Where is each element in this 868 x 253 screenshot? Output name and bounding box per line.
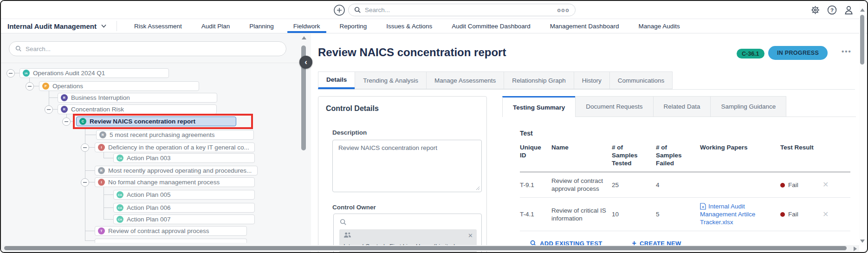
tree-node[interactable]: TReview of contract approval process xyxy=(95,226,247,236)
tree-node[interactable]: POperations xyxy=(39,81,199,91)
node-label: Deficiency in the operation of a key IT … xyxy=(108,144,249,151)
scroll-right-icon[interactable] xyxy=(854,247,857,251)
tree-expander-minus-icon[interactable] xyxy=(45,105,53,114)
collapse-panel-button[interactable]: ‹ xyxy=(299,56,312,69)
cell-remove: ✕ xyxy=(823,176,850,194)
nav-items: Risk AssessmentAudit PlanPlanningFieldwo… xyxy=(124,19,690,33)
search-icon xyxy=(354,6,361,13)
resize-handle-icon[interactable] xyxy=(476,186,480,190)
main-tabs: DetailsTrending & AnalysisManage Assessm… xyxy=(318,71,855,90)
tree-node[interactable] xyxy=(95,239,247,243)
nav-item-audit-committee-dashboard[interactable]: Audit Committee Dashboard xyxy=(442,19,540,33)
tree-node[interactable]: CReview NAICS concentration report xyxy=(76,117,236,126)
remove-test-icon[interactable]: ✕ xyxy=(823,181,829,188)
nav-item-manage-audits[interactable]: Manage Audits xyxy=(628,19,689,33)
tree-node[interactable]: CAAction Plan 007 xyxy=(113,214,255,224)
tree-connector xyxy=(34,86,39,86)
more-options-icon[interactable]: ••• xyxy=(842,47,852,55)
node-type-icon: R xyxy=(99,131,106,138)
nav-item-audit-plan[interactable]: Audit Plan xyxy=(192,19,240,33)
cell-working-papers xyxy=(700,180,780,189)
vertical-scrollbar[interactable] xyxy=(859,2,866,246)
column-header: # of Samples Failed xyxy=(656,143,700,167)
scroll-up-icon[interactable] xyxy=(302,36,306,39)
nav-item-issues-actions[interactable]: Issues & Actions xyxy=(376,19,442,33)
cell-samples-tested: 10 xyxy=(612,206,656,223)
cell-remove: ✕ xyxy=(823,206,850,223)
working-paper-link[interactable]: xInternal Audit Management Artilce Track… xyxy=(700,203,755,226)
node-label: No formal change management process xyxy=(108,179,220,186)
tree-node[interactable]: CAAction Plan 003 xyxy=(113,153,255,163)
status-badge: IN PROGRESS xyxy=(768,46,828,60)
node-type-icon: C xyxy=(79,118,86,125)
node-type-icon: R xyxy=(98,167,105,174)
cell-samples-failed: 5 xyxy=(656,206,700,223)
tree-node[interactable]: IDeficiency in the operation of a key IT… xyxy=(95,143,255,152)
tree-node[interactable]: RMost recently approved operating and pr… xyxy=(95,166,258,175)
group-icon xyxy=(343,232,351,238)
tree-node[interactable]: INo formal change management process xyxy=(95,177,255,187)
main-panel: Review NAICS concentration report C-36.1… xyxy=(311,33,860,252)
node-label: Concentration Risk xyxy=(71,106,124,113)
tree-connector xyxy=(89,147,95,148)
tab-trending-analysis[interactable]: Trending & Analysis xyxy=(355,71,427,89)
svg-text:x: x xyxy=(702,205,704,209)
node-label: Action Plan 006 xyxy=(127,204,171,211)
cell-unique-id: T-4.1 xyxy=(520,206,551,223)
tab-relationship-graph[interactable]: Relationship Graph xyxy=(504,71,574,89)
testing-tabs: Testing SummaryDocument RequestsRelated … xyxy=(502,96,856,117)
vertical-scroll-thumb[interactable] xyxy=(860,15,864,65)
nav-item-planning[interactable]: Planning xyxy=(240,19,284,33)
tree-node[interactable]: CAAction Plan 005 xyxy=(113,190,255,200)
tree-search-input[interactable]: Search... xyxy=(9,41,286,56)
tree-connector xyxy=(85,240,95,241)
cell-samples-tested: 25 xyxy=(612,176,656,194)
subtab-sampling-guidance[interactable]: Sampling Guidance xyxy=(710,96,786,117)
subtab-document-requests[interactable]: Document Requests xyxy=(575,96,653,117)
topbar: Search... ooo ? xyxy=(1,1,867,19)
subtab-related-data[interactable]: Related Data xyxy=(653,96,711,117)
nav-item-risk-assessment[interactable]: Risk Assessment xyxy=(124,19,192,33)
description-textarea[interactable]: Review NAICS concentration report xyxy=(332,140,482,192)
global-search-input[interactable]: Search... ooo xyxy=(348,4,576,16)
horizontal-scroll-thumb[interactable] xyxy=(4,246,847,250)
tree-expander-minus-icon[interactable] xyxy=(81,143,89,152)
nav-item-reporting[interactable]: Reporting xyxy=(330,19,377,33)
tab-manage-assessments[interactable]: Manage Assessments xyxy=(426,71,504,89)
subtab-testing-summary[interactable]: Testing Summary xyxy=(502,96,576,117)
help-icon[interactable]: ? xyxy=(827,5,837,15)
testing-card: Testing SummaryDocument RequestsRelated … xyxy=(502,96,856,253)
remove-test-icon[interactable]: ✕ xyxy=(823,210,829,218)
nav-item-management-dashboard[interactable]: Management Dashboard xyxy=(540,19,629,33)
tree-node[interactable]: IAOperations Audit 2024 Q1 xyxy=(19,68,169,78)
tree-node[interactable]: CAAction Plan 006 xyxy=(113,203,255,213)
tree-expander-minus-icon[interactable] xyxy=(81,178,89,187)
tree-connector xyxy=(104,152,104,158)
search-options-icon[interactable]: ooo xyxy=(557,7,570,13)
scroll-down-icon[interactable] xyxy=(860,240,865,243)
tree-node[interactable]: RBusiness Interruption xyxy=(58,93,217,103)
tree-node[interactable]: R5 most recent purchasing agreements xyxy=(96,130,254,140)
nav-item-fieldwork[interactable]: Fieldwork xyxy=(284,19,330,33)
tree-expander-minus-icon[interactable] xyxy=(26,82,34,91)
tab-history[interactable]: History xyxy=(574,71,610,89)
divider xyxy=(1,63,300,63)
tree-expander-minus-icon[interactable] xyxy=(62,117,71,126)
tree-connector xyxy=(85,170,95,171)
node-type-icon: CA xyxy=(117,155,123,162)
page-title: Review NAICS concentration report xyxy=(318,46,506,59)
tree-connector xyxy=(104,158,113,158)
settings-icon[interactable] xyxy=(810,5,821,15)
chip-remove-icon[interactable]: ✕ xyxy=(468,232,473,239)
tab-details[interactable]: Details xyxy=(318,71,355,89)
tab-communications[interactable]: Communications xyxy=(609,71,673,89)
tree-connector xyxy=(104,219,113,220)
tree-expander-minus-icon[interactable] xyxy=(6,69,15,78)
node-label: Action Plan 005 xyxy=(127,191,171,198)
add-icon[interactable] xyxy=(333,4,345,16)
horizontal-scrollbar[interactable] xyxy=(2,245,859,251)
scroll-up-icon[interactable] xyxy=(860,8,865,12)
app-switcher[interactable]: Internal Audit Management xyxy=(1,21,117,31)
tree-node[interactable]: RConcentration Risk xyxy=(58,104,217,114)
user-icon[interactable] xyxy=(843,5,854,15)
